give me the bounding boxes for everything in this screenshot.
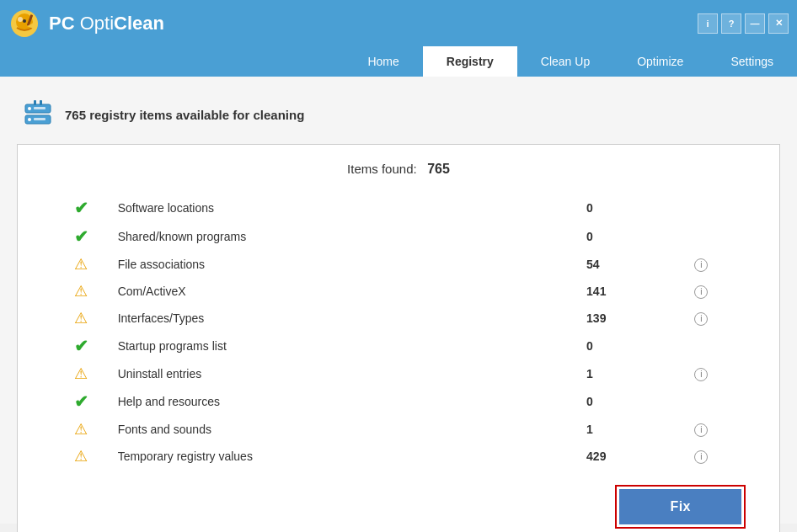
app-logo-icon <box>8 8 40 40</box>
check-icon: ✔ <box>74 198 88 218</box>
item-label: Temporary registry values <box>111 443 580 470</box>
app-title: PC OptiClean <box>49 13 164 35</box>
navigation-bar: Home Registry Clean Up Optimize Settings <box>0 46 797 77</box>
item-value: 1 <box>580 416 687 443</box>
check-icon: ✔ <box>74 391 88 412</box>
table-row: ⚠File associations54i <box>51 251 746 278</box>
item-label: Uninstall entries <box>111 360 580 387</box>
title-bar: PC OptiClean i ? — ✕ <box>0 0 797 46</box>
item-value: 1 <box>580 360 687 387</box>
warning-icon: ⚠ <box>74 420 88 439</box>
item-value: 429 <box>580 443 687 470</box>
tab-home[interactable]: Home <box>344 46 422 77</box>
items-panel: Items found: 765 ✔Software locations0✔Sh… <box>17 144 780 532</box>
item-value: 0 <box>580 332 687 360</box>
main-content: 765 registry items available for cleanin… <box>0 77 797 524</box>
tab-cleanup[interactable]: Clean Up <box>517 46 613 77</box>
item-label: Interfaces/Types <box>111 305 580 332</box>
info-icon[interactable]: i <box>694 258 708 272</box>
table-row: ✔Startup programs list0 <box>51 332 746 360</box>
help-button[interactable]: ? <box>721 13 741 34</box>
item-value: 141 <box>580 278 687 305</box>
status-header: 765 registry items available for cleanin… <box>17 89 780 144</box>
info-icon[interactable]: i <box>694 368 708 381</box>
svg-rect-13 <box>40 100 42 105</box>
item-label: Startup programs list <box>111 332 580 360</box>
item-value: 0 <box>580 387 687 416</box>
warning-icon: ⚠ <box>74 282 88 301</box>
warning-icon: ⚠ <box>74 309 88 327</box>
item-label: Software locations <box>111 194 580 222</box>
svg-rect-10 <box>34 107 45 109</box>
warning-icon: ⚠ <box>74 364 88 383</box>
item-label: Com/ActiveX <box>111 278 580 305</box>
item-label: Shared/known programs <box>111 222 580 251</box>
info-icon[interactable]: i <box>694 312 708 326</box>
info-icon[interactable]: i <box>694 423 708 437</box>
item-label: File associations <box>111 251 580 278</box>
tab-registry[interactable]: Registry <box>423 46 517 77</box>
registry-icon <box>21 98 55 131</box>
table-row: ✔Shared/known programs0 <box>51 222 746 251</box>
items-found-count: 765 <box>427 162 450 176</box>
info-icon[interactable]: i <box>694 285 708 299</box>
items-found-row: Items found: 765 <box>51 162 746 177</box>
registry-table: ✔Software locations0✔Shared/known progra… <box>51 194 746 470</box>
window-controls: i ? — ✕ <box>698 13 789 34</box>
close-button[interactable]: ✕ <box>768 13 789 34</box>
svg-point-3 <box>23 19 26 23</box>
svg-rect-11 <box>34 118 45 120</box>
table-row: ✔Software locations0 <box>51 194 746 222</box>
table-row: ⚠Com/ActiveX141i <box>51 278 746 305</box>
info-icon[interactable]: i <box>694 450 708 464</box>
warning-icon: ⚠ <box>74 255 88 274</box>
item-value: 54 <box>580 251 687 278</box>
item-value: 0 <box>580 222 687 251</box>
item-label: Help and resources <box>111 387 580 416</box>
table-row: ⚠Uninstall entries1i <box>51 360 746 387</box>
status-message: 765 registry items available for cleanin… <box>65 108 304 122</box>
svg-rect-12 <box>34 100 36 105</box>
fix-button-wrapper: Fix <box>615 485 746 529</box>
table-row: ⚠Interfaces/Types139i <box>51 305 746 332</box>
svg-point-2 <box>18 17 23 22</box>
info-button[interactable]: i <box>698 13 718 34</box>
table-row: ✔Help and resources0 <box>51 387 746 416</box>
tab-settings[interactable]: Settings <box>707 46 797 77</box>
warning-icon: ⚠ <box>74 447 88 466</box>
fix-button[interactable]: Fix <box>619 489 741 524</box>
table-row: ⚠Temporary registry values429i <box>51 443 746 470</box>
svg-point-8 <box>28 107 31 110</box>
items-found-label: Items found: <box>347 162 417 176</box>
item-label: Fonts and sounds <box>111 416 580 443</box>
minimize-button[interactable]: — <box>745 13 765 34</box>
fix-button-area: Fix <box>51 485 746 529</box>
tab-optimize[interactable]: Optimize <box>613 46 707 77</box>
check-icon: ✔ <box>74 336 88 356</box>
item-value: 139 <box>580 305 687 332</box>
svg-point-9 <box>28 118 31 121</box>
table-row: ⚠Fonts and sounds1i <box>51 416 746 443</box>
item-value: 0 <box>580 194 687 222</box>
app-branding: PC OptiClean <box>8 8 164 40</box>
check-icon: ✔ <box>74 226 88 247</box>
